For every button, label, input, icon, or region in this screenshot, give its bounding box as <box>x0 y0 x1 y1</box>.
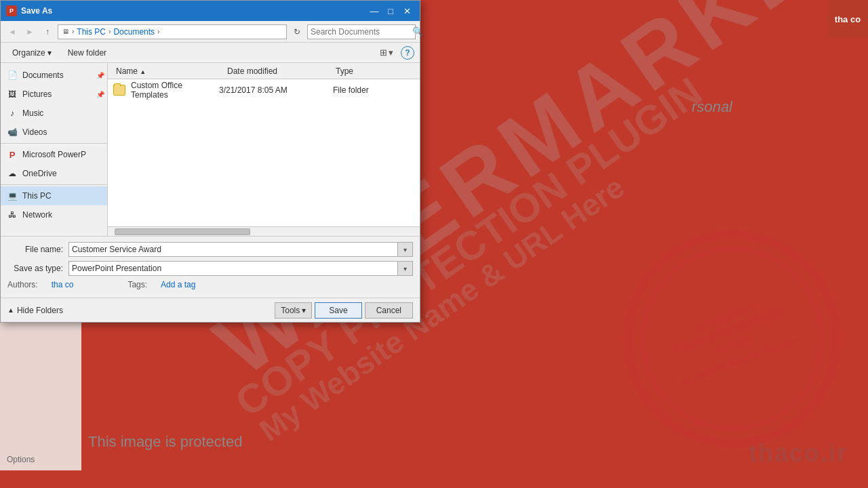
save-type-input[interactable] <box>68 261 398 276</box>
col-header-type[interactable]: Type <box>333 66 414 76</box>
search-icon: 🔍 <box>412 26 423 37</box>
tools-dropdown-icon: ▾ <box>302 306 306 315</box>
sidebar-item-pictures-label: Pictures <box>22 89 52 99</box>
breadcrumb-home-icon: 🖥 <box>62 28 69 35</box>
breadcrumb-documents[interactable]: Documents <box>113 27 155 37</box>
search-bar: 🔍 <box>307 24 416 39</box>
dialog-titlebar: P Save As — □ ✕ <box>1 1 420 21</box>
file-name-row: File name: ▾ <box>7 242 413 257</box>
save-type-dropdown[interactable]: ▾ <box>398 261 413 276</box>
breadcrumb-this-pc[interactable]: This PC <box>77 27 106 37</box>
hide-folders-label: Hide Folders <box>17 306 63 315</box>
tools-label: Tools <box>281 306 300 315</box>
organize-button[interactable]: Organize ▾ <box>6 45 58 60</box>
network-icon: 🖧 <box>6 209 18 221</box>
dialog-toolbar: Organize ▾ New folder ⊞ ▾ ? <box>1 43 420 63</box>
nav-refresh-button[interactable]: ↻ <box>290 24 304 39</box>
pictures-pin-icon: 📌 <box>96 91 104 98</box>
form-meta: Authors: tha co Tags: Add a tag <box>7 280 413 289</box>
documents-pin-icon: 📌 <box>96 72 104 79</box>
sidebar-item-videos[interactable]: 📹 Videos <box>1 123 107 142</box>
dialog-window-buttons: — □ ✕ <box>367 3 414 18</box>
column-headers: Name ▲ Date modified Type <box>108 63 420 79</box>
dialog-form: File name: ▾ Save as type: ▾ Authors: th… <box>1 236 420 298</box>
help-button[interactable]: ? <box>401 46 414 60</box>
sidebar-item-onedrive[interactable]: ☁ OneDrive <box>1 164 107 183</box>
breadcrumb-bar: 🖥 › This PC › Documents › <box>58 24 287 39</box>
sidebar-item-powerpoint-label: Microsoft PowerP <box>22 150 86 159</box>
authors-label: Authors: <box>7 280 38 289</box>
sort-indicator: ▲ <box>140 68 146 75</box>
hide-folders-button[interactable]: ▲ Hide Folders <box>7 306 63 315</box>
ppt-bottom-bar <box>0 470 868 488</box>
sidebar-item-music[interactable]: ♪ Music <box>1 104 107 123</box>
videos-icon: 📹 <box>6 126 18 138</box>
dialog-right-panel: Name ▲ Date modified Type Custom Office … <box>108 63 420 236</box>
table-row[interactable]: Custom Office Templates 3/21/2017 8:05 A… <box>108 81 420 100</box>
save-type-label: Save as type: <box>7 264 68 273</box>
sidebar-item-this-pc-label: This PC <box>22 191 52 201</box>
organize-dropdown-icon: ▾ <box>47 48 52 58</box>
add-tag-link[interactable]: Add a tag <box>161 280 195 289</box>
tools-button[interactable]: Tools ▾ <box>275 302 312 319</box>
sidebar-item-onedrive-label: OneDrive <box>22 169 57 178</box>
sidebar-item-pictures[interactable]: 🖼 Pictures 📌 <box>1 85 107 104</box>
horizontal-scrollbar[interactable] <box>108 226 420 236</box>
save-type-row: Save as type: ▾ <box>7 261 413 276</box>
dialog-app-icon: P <box>9 7 14 14</box>
folder-icon <box>113 85 125 96</box>
view-dropdown-icon: ▾ <box>389 47 393 58</box>
hide-folders-chevron-icon: ▲ <box>7 306 14 314</box>
sidebar-item-ms-powerpoint[interactable]: P Microsoft PowerP <box>1 145 107 164</box>
file-name: Custom Office Templates <box>131 81 214 100</box>
tags-label: Tags: <box>127 280 147 289</box>
thaco-bottom-watermark: thaco.ir <box>749 439 848 468</box>
file-name-input[interactable] <box>68 242 398 257</box>
cancel-button[interactable]: Cancel <box>365 302 413 319</box>
save-as-dialog: P Save As — □ ✕ ◄ ► ↑ 🖥 › This PC › Docu… <box>0 0 420 323</box>
view-icon: ⊞ <box>380 47 387 58</box>
sidebar-item-documents-label: Documents <box>22 70 64 80</box>
dialog-footer: ▲ Hide Folders Tools ▾ Save Cancel <box>1 298 420 322</box>
footer-right-buttons: Tools ▾ Save Cancel <box>275 302 413 319</box>
nav-forward-button[interactable]: ► <box>22 24 37 39</box>
authors-value[interactable]: tha co <box>52 280 74 289</box>
sidebar-item-videos-label: Videos <box>22 127 47 137</box>
file-name-dropdown[interactable]: ▾ <box>398 242 413 257</box>
save-button[interactable]: Save <box>315 302 361 319</box>
col-header-name[interactable]: Name ▲ <box>113 66 224 76</box>
dialog-left-nav: 📄 Documents 📌 🖼 Pictures 📌 ♪ Music 📹 Vid… <box>1 63 108 236</box>
dialog-close-button[interactable]: ✕ <box>399 3 414 18</box>
nav-divider-2 <box>1 184 107 185</box>
breadcrumb-arrow-1: › <box>72 28 74 35</box>
file-date: 3/21/2017 8:05 AM <box>219 85 328 95</box>
dialog-title-text: Save As <box>21 6 52 16</box>
sidebar-item-network[interactable]: 🖧 Network <box>1 205 107 224</box>
sidebar-item-documents[interactable]: 📄 Documents 📌 <box>1 66 107 85</box>
dialog-main: 📄 Documents 📌 🖼 Pictures 📌 ♪ Music 📹 Vid… <box>1 63 420 236</box>
personal-text: rsonal <box>692 98 732 116</box>
file-name-label: File name: <box>7 245 68 254</box>
col-header-date[interactable]: Date modified <box>224 66 333 76</box>
view-button[interactable]: ⊞ ▾ <box>376 45 397 60</box>
nav-up-button[interactable]: ↑ <box>40 24 55 39</box>
dialog-nav: ◄ ► ↑ 🖥 › This PC › Documents › ↻ 🔍 <box>1 21 420 43</box>
ppt-options-label: Options <box>7 455 35 464</box>
this-pc-icon: 💻 <box>6 190 18 202</box>
documents-icon: 📄 <box>6 69 18 81</box>
new-folder-button[interactable]: New folder <box>62 45 113 60</box>
sidebar-item-music-label: Music <box>22 108 43 118</box>
dialog-maximize-button[interactable]: □ <box>383 3 398 18</box>
dialog-title-icon: P <box>6 5 17 16</box>
file-list: Custom Office Templates 3/21/2017 8:05 A… <box>108 79 420 226</box>
nav-back-button[interactable]: ◄ <box>5 24 20 39</box>
search-input[interactable] <box>311 27 412 37</box>
dialog-minimize-button[interactable]: — <box>367 3 382 18</box>
music-icon: ♪ <box>6 107 18 119</box>
onedrive-icon: ☁ <box>6 167 18 180</box>
file-type: File folder <box>333 85 414 95</box>
scrollbar-thumb[interactable] <box>115 228 250 235</box>
sidebar-item-this-pc[interactable]: 💻 This PC <box>1 186 107 205</box>
nav-divider-1 <box>1 143 107 144</box>
thaco-top-right: tha co <box>827 0 868 38</box>
